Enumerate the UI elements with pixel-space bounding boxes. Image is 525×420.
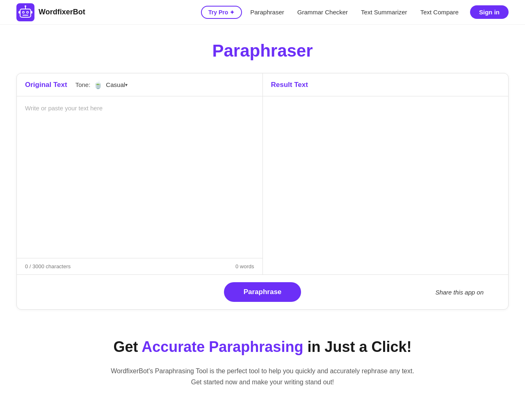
nav-area: Try Pro ✦ Paraphraser Grammar Checker Te… (201, 5, 509, 19)
tone-dropdown-wrapper[interactable]: Casual ▾ (106, 81, 128, 88)
headline-before: Get (114, 338, 142, 355)
svg-point-5 (27, 11, 28, 13)
original-text-input[interactable] (17, 96, 262, 258)
panels-row: Original Text Tone: 🍵 Casual ▾ 0 / 3000 … (17, 73, 508, 274)
main-content: Paraphraser Original Text Tone: 🍵 Casual… (0, 25, 525, 404)
tool-container: Original Text Tone: 🍵 Casual ▾ 0 / 3000 … (16, 73, 509, 310)
result-text-panel-header: Result Text (263, 73, 509, 96)
tone-icon: 🍵 (94, 80, 103, 89)
character-count: 0 / 3000 characters (25, 263, 71, 269)
header: WordfixerBot Try Pro ✦ Paraphraser Gramm… (0, 0, 525, 25)
word-count: 0 words (235, 263, 254, 269)
result-text-area (263, 96, 509, 274)
result-text-title: Result Text (271, 81, 308, 89)
brand-name: WordfixerBot (39, 8, 85, 16)
marketing-headline: Get Accurate Paraphrasing in Just a Clic… (111, 338, 414, 356)
nav-text-summarizer[interactable]: Text Summarizer (356, 6, 412, 18)
text-input-area[interactable] (17, 96, 262, 258)
headline-accent: Accurate Paraphrasing (142, 338, 303, 355)
svg-point-8 (25, 5, 26, 7)
try-pro-button[interactable]: Try Pro ✦ (201, 6, 242, 19)
marketing-desc-line1: WordfixerBot's Paraphrasing Tool is the … (111, 365, 414, 377)
sign-in-button[interactable]: Sign in (470, 5, 509, 19)
original-text-panel: Original Text Tone: 🍵 Casual ▾ 0 / 3000 … (17, 73, 263, 274)
original-text-panel-header: Original Text Tone: 🍵 Casual ▾ (17, 73, 262, 96)
original-text-title: Original Text (25, 81, 67, 89)
page-title: Paraphraser (212, 41, 313, 61)
svg-rect-10 (31, 11, 32, 14)
logo-area: WordfixerBot (16, 3, 85, 21)
svg-rect-6 (23, 15, 28, 16)
nav-text-compare[interactable]: Text Compare (415, 6, 463, 18)
headline-after: in Just a Click! (303, 338, 411, 355)
marketing-section: Get Accurate Paraphrasing in Just a Clic… (94, 310, 431, 404)
original-text-footer: 0 / 3000 characters 0 words (17, 258, 262, 274)
marketing-desc-line2: Get started now and make your writing st… (111, 377, 414, 388)
paraphrase-button[interactable]: Paraphrase (224, 282, 301, 302)
action-row: Paraphrase Share this app on (17, 274, 508, 309)
result-text-panel: Result Text (263, 73, 509, 274)
chevron-down-icon: ▾ (125, 82, 128, 88)
svg-rect-9 (18, 11, 20, 14)
tone-value: Casual (106, 81, 125, 88)
tone-label: Tone: (75, 81, 91, 88)
nav-grammar-checker[interactable]: Grammar Checker (292, 6, 353, 18)
nav-paraphraser[interactable]: Paraphraser (245, 6, 289, 18)
svg-point-4 (23, 11, 24, 13)
logo-icon (16, 3, 34, 21)
tone-selector: Tone: 🍵 Casual ▾ (75, 80, 128, 89)
share-text: Share this app on (435, 289, 484, 296)
